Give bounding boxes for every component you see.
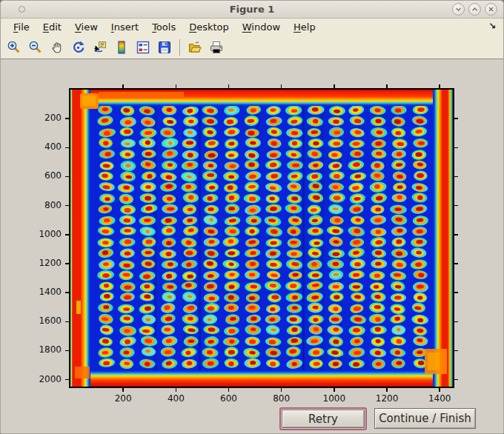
x-tick-label: 600	[213, 393, 245, 404]
x-tick	[334, 388, 335, 392]
y-tick-right	[454, 263, 458, 264]
save-figure-button[interactable]	[155, 38, 174, 57]
retry-button-focus-ring: Retry	[279, 407, 367, 430]
menu-view[interactable]: View	[68, 20, 105, 34]
zoom-out-icon	[28, 40, 43, 55]
x-tick-label: 1200	[371, 393, 403, 404]
menu-window[interactable]: Window	[236, 20, 287, 34]
open-folder-icon	[188, 40, 202, 55]
x-tick	[228, 388, 230, 392]
scan-axes[interactable]	[69, 88, 454, 388]
x-tick-top	[228, 84, 230, 88]
x-tick	[122, 388, 124, 392]
x-tick-label: 800	[265, 393, 298, 404]
continue-finish-button[interactable]: Continue / Finish	[374, 408, 476, 429]
menu-insert[interactable]: Insert	[105, 20, 145, 34]
y-tick-right	[454, 205, 458, 207]
retry-button[interactable]: Retry	[282, 410, 365, 428]
figure-window: Figure 1 FileEditViewInsertToolsDesktopW…	[0, 0, 504, 434]
titlebar[interactable]: Figure 1	[1, 1, 503, 19]
y-tick-label: 1200	[27, 258, 62, 268]
x-tick-top	[122, 84, 124, 88]
x-tick-top	[334, 84, 335, 88]
y-tick	[65, 321, 69, 323]
y-tick-right	[454, 176, 458, 178]
x-tick-label: 1000	[318, 393, 351, 404]
y-tick-label: 1600	[27, 316, 62, 326]
y-tick	[65, 263, 69, 264]
y-tick	[65, 205, 69, 207]
y-tick-label: 600	[27, 170, 62, 181]
rotate-3d-button[interactable]	[69, 38, 88, 57]
zoom-in-icon	[7, 40, 21, 55]
x-tick	[176, 388, 177, 392]
toolbar-separator	[179, 39, 180, 56]
y-tick	[65, 147, 69, 149]
rotate-3d-icon	[71, 40, 86, 55]
y-tick-right	[454, 118, 458, 119]
chevron-up-icon	[470, 4, 480, 14]
y-tick	[65, 379, 69, 381]
data-cursor-icon	[93, 40, 107, 55]
print-button[interactable]	[207, 38, 226, 57]
close-button[interactable]	[485, 3, 497, 16]
y-tick	[65, 350, 69, 352]
x-tick-top	[281, 84, 282, 88]
print-icon	[209, 40, 224, 55]
minimize-button[interactable]	[452, 3, 465, 16]
chevron-down-icon	[454, 4, 463, 14]
menu-desktop[interactable]: Desktop	[182, 20, 236, 34]
x-tick-label: 1400	[423, 393, 456, 404]
data-cursor-button[interactable]	[90, 38, 110, 57]
y-tick	[65, 176, 69, 178]
y-tick	[65, 292, 69, 293]
y-tick-right	[454, 292, 458, 293]
window-controls	[452, 3, 497, 16]
menu-help[interactable]: Help	[287, 20, 322, 34]
insert-legend-button[interactable]	[133, 38, 153, 57]
y-tick-label: 400	[27, 141, 62, 152]
pan-button[interactable]	[47, 38, 67, 57]
y-tick-right	[454, 321, 458, 323]
menu-file[interactable]: File	[7, 20, 36, 34]
open-file-button[interactable]	[185, 38, 205, 57]
close-icon	[486, 4, 496, 14]
figure-area: Retry Continue / Finish 2004006008001000…	[1, 59, 503, 434]
menu-tools[interactable]: Tools	[145, 20, 182, 34]
y-tick-label: 2000	[27, 374, 62, 384]
y-tick-right	[454, 379, 458, 381]
y-tick-label: 800	[27, 200, 62, 210]
save-icon	[157, 40, 172, 55]
scan-image[interactable]	[70, 90, 453, 387]
dock-figure-icon[interactable]: ↘	[488, 21, 496, 31]
x-tick-top	[439, 84, 440, 88]
zoom-out-button[interactable]	[26, 38, 45, 57]
y-tick-label: 200	[27, 113, 62, 123]
y-tick-right	[454, 234, 458, 236]
pan-hand-icon	[50, 40, 64, 55]
menu-edit[interactable]: Edit	[36, 20, 68, 34]
y-tick	[65, 118, 69, 119]
x-tick-top	[386, 84, 388, 88]
window-title: Figure 1	[1, 1, 503, 19]
x-tick	[281, 388, 282, 392]
x-tick-label: 200	[107, 393, 139, 404]
x-tick	[386, 388, 388, 392]
x-tick	[439, 388, 440, 392]
y-tick-label: 1800	[27, 344, 62, 355]
y-tick-label: 1400	[27, 287, 62, 297]
y-tick	[65, 234, 69, 236]
zoom-in-button[interactable]	[4, 38, 24, 57]
menubar: FileEditViewInsertToolsDesktopWindowHelp…	[1, 19, 503, 36]
maximize-button[interactable]	[468, 3, 481, 16]
y-tick-right	[454, 147, 458, 149]
figure-toolbar	[1, 36, 503, 59]
y-tick-label: 1000	[27, 229, 62, 239]
x-tick-top	[176, 84, 177, 88]
legend-icon	[136, 40, 150, 55]
y-tick-right	[454, 350, 458, 352]
insert-colorbar-button[interactable]	[112, 38, 131, 57]
colorbar-icon	[114, 40, 129, 55]
x-tick-label: 400	[159, 393, 192, 404]
